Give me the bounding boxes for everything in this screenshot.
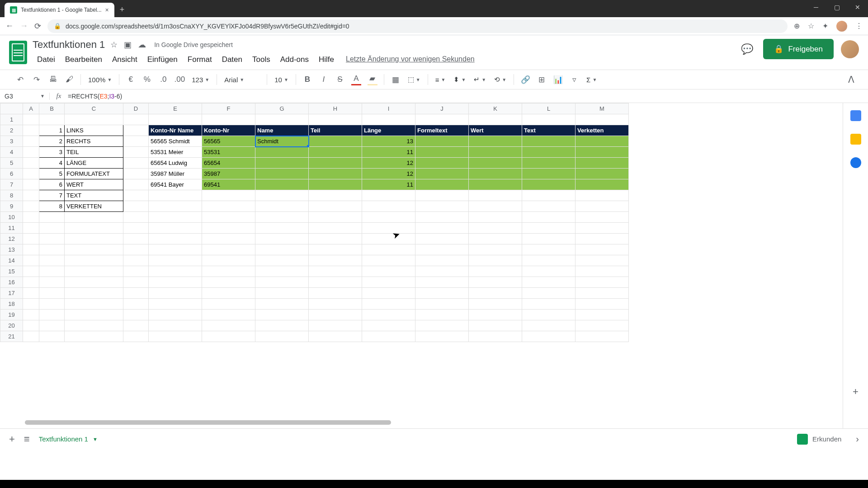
reload-button[interactable]: ⟳ <box>34 21 41 31</box>
cell-K8[interactable] <box>469 190 522 201</box>
rotate-button[interactable]: ⟲▼ <box>491 75 509 84</box>
cell-K2[interactable]: Wert <box>469 125 522 136</box>
cell-E21[interactable] <box>149 331 202 342</box>
text-color-button[interactable]: A <box>349 73 363 86</box>
row-header-3[interactable]: 3 <box>0 136 23 147</box>
cell-B19[interactable] <box>39 310 65 320</box>
cell-D12[interactable] <box>123 234 149 244</box>
filter-button[interactable]: ▿ <box>567 73 581 86</box>
profile-avatar[interactable] <box>836 21 847 32</box>
menu-daten[interactable]: Daten <box>217 53 247 66</box>
col-header-K[interactable]: K <box>469 103 522 114</box>
cell-B15[interactable] <box>39 266 65 277</box>
explore-button[interactable]: Erkunden <box>812 435 841 443</box>
bookmark-icon[interactable]: ☆ <box>808 22 814 30</box>
minimize-button[interactable]: ─ <box>806 0 826 14</box>
account-avatar[interactable] <box>841 40 859 58</box>
cell-E4[interactable]: 53531 Meier <box>149 147 202 158</box>
cell-E7[interactable]: 69541 Bayer <box>149 179 202 190</box>
row-header-1[interactable]: 1 <box>0 114 23 125</box>
cell-J1[interactable] <box>415 114 469 125</box>
cell-G11[interactable] <box>255 223 309 234</box>
cell-C21[interactable] <box>65 331 123 342</box>
cell-I6[interactable]: 12 <box>362 169 415 179</box>
cell-K5[interactable] <box>469 158 522 169</box>
cell-F17[interactable] <box>202 288 255 299</box>
cell-B12[interactable] <box>39 234 65 244</box>
cell-B10[interactable] <box>39 212 65 223</box>
cell-E12[interactable] <box>149 234 202 244</box>
cell-L12[interactable] <box>522 234 576 244</box>
cell-M1[interactable] <box>576 114 629 125</box>
merge-button[interactable]: ⬚▼ <box>405 75 423 84</box>
row-header-15[interactable]: 15 <box>0 266 23 277</box>
cell-E15[interactable] <box>149 266 202 277</box>
cell-M8[interactable] <box>576 190 629 201</box>
cell-H3[interactable] <box>309 136 362 147</box>
cell-E14[interactable] <box>149 255 202 266</box>
cell-A2[interactable] <box>23 125 39 136</box>
cell-D5[interactable] <box>123 158 149 169</box>
col-header-G[interactable]: G <box>255 103 309 114</box>
cell-B21[interactable] <box>39 331 65 342</box>
menu-format[interactable]: Format <box>183 53 217 66</box>
font-select[interactable]: Arial▼ <box>222 76 262 84</box>
cell-K3[interactable] <box>469 136 522 147</box>
document-title[interactable]: Textfunktionen 1 <box>33 39 105 51</box>
cell-G18[interactable] <box>255 299 309 310</box>
cell-G9[interactable] <box>255 201 309 212</box>
cell-K12[interactable] <box>469 234 522 244</box>
cell-M4[interactable] <box>576 147 629 158</box>
comment-button[interactable]: ⊞ <box>535 73 548 86</box>
cell-K6[interactable] <box>469 169 522 179</box>
cell-I15[interactable] <box>362 266 415 277</box>
cell-B1[interactable] <box>39 114 65 125</box>
cell-B5[interactable]: 4 <box>39 158 65 169</box>
cell-D13[interactable] <box>123 244 149 255</box>
cell-I18[interactable] <box>362 299 415 310</box>
col-header-F[interactable]: F <box>202 103 255 114</box>
row-header-8[interactable]: 8 <box>0 190 23 201</box>
cell-F16[interactable] <box>202 277 255 288</box>
cell-K11[interactable] <box>469 223 522 234</box>
row-header-13[interactable]: 13 <box>0 244 23 255</box>
row-header-14[interactable]: 14 <box>0 255 23 266</box>
h-align-button[interactable]: ≡▼ <box>433 76 448 84</box>
cell-F20[interactable] <box>202 320 255 331</box>
cell-I5[interactable]: 12 <box>362 158 415 169</box>
cell-J15[interactable] <box>415 266 469 277</box>
menu-hilfe[interactable]: Hilfe <box>314 53 339 66</box>
cell-D19[interactable] <box>123 310 149 320</box>
row-header-16[interactable]: 16 <box>0 277 23 288</box>
row-header-17[interactable]: 17 <box>0 288 23 299</box>
cell-G7[interactable] <box>255 179 309 190</box>
close-window-button[interactable]: ✕ <box>847 0 868 14</box>
cell-L20[interactable] <box>522 320 576 331</box>
cell-I19[interactable] <box>362 310 415 320</box>
cell-M15[interactable] <box>576 266 629 277</box>
cell-M10[interactable] <box>576 212 629 223</box>
cell-C16[interactable] <box>65 277 123 288</box>
horizontal-scrollbar[interactable] <box>25 420 391 425</box>
cell-G19[interactable] <box>255 310 309 320</box>
cell-J11[interactable] <box>415 223 469 234</box>
cell-G4[interactable] <box>255 147 309 158</box>
cell-M18[interactable] <box>576 299 629 310</box>
collapse-toolbar-button[interactable]: ᐱ <box>848 74 854 85</box>
cell-C18[interactable] <box>65 299 123 310</box>
cell-G10[interactable] <box>255 212 309 223</box>
cell-A16[interactable] <box>23 277 39 288</box>
new-tab-button[interactable]: + <box>120 5 125 14</box>
cell-F5[interactable]: 65654 <box>202 158 255 169</box>
cell-E6[interactable]: 35987 Müller <box>149 169 202 179</box>
row-header-7[interactable]: 7 <box>0 179 23 190</box>
cell-M17[interactable] <box>576 288 629 299</box>
zoom-select[interactable]: 100%▼ <box>85 76 114 84</box>
cell-A5[interactable] <box>23 158 39 169</box>
cell-G5[interactable] <box>255 158 309 169</box>
cell-M16[interactable] <box>576 277 629 288</box>
cell-F10[interactable] <box>202 212 255 223</box>
cell-C20[interactable] <box>65 320 123 331</box>
cell-B11[interactable] <box>39 223 65 234</box>
wrap-button[interactable]: ↵▼ <box>471 75 489 84</box>
